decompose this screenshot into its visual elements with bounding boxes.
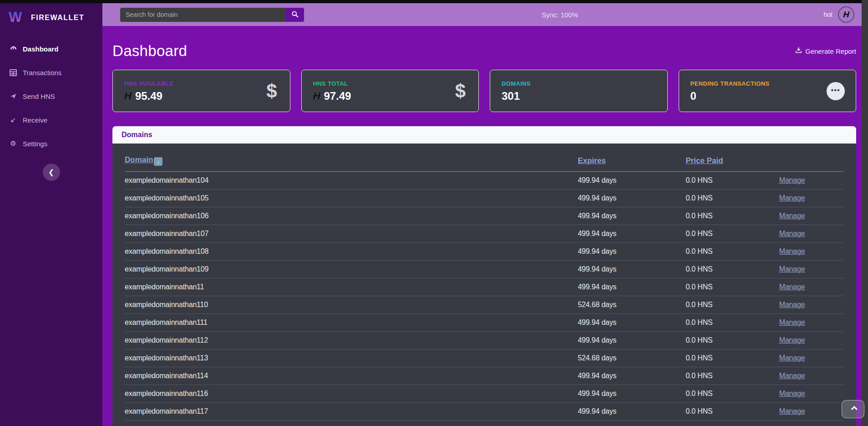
column-header-domain[interactable]: Domain	[125, 155, 153, 164]
brand[interactable]: W FIREWALLET	[0, 3, 102, 31]
expires-cell: 499.94 days	[578, 385, 685, 403]
search-icon	[291, 10, 299, 19]
domain-name-cell: exampledomainnathan114	[125, 367, 578, 385]
table-row: exampledomainnathan109 499.94 days 0.0 H…	[125, 261, 844, 278]
stat-label: HNS AVAILABLE	[124, 80, 279, 87]
domain-name-cell: exampledomainnathan106	[125, 207, 578, 225]
stat-value: 0	[690, 90, 696, 103]
domains-table-body: exampledomainnathan104 499.94 days 0.0 H…	[125, 172, 844, 421]
domain-search	[120, 8, 304, 22]
table-row: exampledomainnathan117 499.94 days 0.0 H…	[125, 403, 844, 421]
sidebar-item-label: Receive	[23, 116, 47, 124]
expires-cell: 499.94 days	[578, 278, 685, 296]
price-paid-cell: 0.0 HNS	[685, 278, 779, 296]
domain-name-cell: exampledomainnathan11	[125, 278, 578, 296]
window-top-edge	[0, 0, 868, 3]
expires-cell: 524.68 days	[578, 349, 685, 367]
table-row: exampledomainnathan110 524.68 days 0.0 H…	[125, 296, 844, 314]
dollar-icon: $	[455, 80, 466, 102]
manage-link[interactable]: Manage	[779, 301, 805, 308]
stat-card-domains: DOMAINS 301	[490, 70, 668, 112]
expires-cell: 499.94 days	[578, 332, 685, 349]
expires-cell: 499.94 days	[578, 207, 685, 225]
stat-label: PENDING TRANSACTIONS	[690, 80, 845, 87]
page-title: Dashboard	[112, 42, 187, 60]
generate-report-button[interactable]: Generate Report	[795, 47, 856, 55]
manage-link[interactable]: Manage	[779, 372, 805, 380]
column-header-price-paid[interactable]: Price Paid	[685, 156, 723, 165]
domain-name-cell: exampledomainnathan104	[125, 172, 578, 190]
manage-link[interactable]: Manage	[779, 265, 805, 273]
search-button[interactable]	[285, 8, 304, 22]
column-header-expires[interactable]: Expires	[578, 156, 605, 165]
domain-name-cell: exampledomainnathan105	[125, 190, 578, 207]
sidebar-item-receive[interactable]: ↙ Receive	[0, 108, 102, 132]
ellipsis-icon[interactable]: •••	[827, 82, 845, 100]
table-row: exampledomainnathan11 499.94 days 0.0 HN…	[125, 278, 844, 296]
domain-name-cell: exampledomainnathan110	[125, 296, 578, 314]
wallet-indicator: hot H	[824, 6, 854, 23]
domain-name-cell: exampledomainnathan112	[125, 332, 578, 349]
manage-link[interactable]: Manage	[779, 354, 805, 362]
stat-value: 97.49	[324, 90, 351, 103]
manage-link[interactable]: Manage	[779, 407, 805, 415]
sidebar-item-transactions[interactable]: Transactions	[0, 61, 102, 84]
expires-cell: 499.94 days	[578, 225, 685, 243]
manage-link[interactable]: Manage	[779, 390, 805, 397]
table-row: exampledomainnathan105 499.94 days 0.0 H…	[125, 190, 844, 207]
table-row: exampledomainnathan107 499.94 days 0.0 H…	[125, 225, 844, 243]
sidebar-item-settings[interactable]: ⚙ Settings	[0, 132, 102, 155]
wallet-name-label: hot	[824, 11, 832, 18]
handshake-logo-icon: H	[312, 91, 321, 101]
price-paid-cell: 0.0 HNS	[685, 207, 779, 225]
scroll-to-top-button[interactable]	[842, 400, 864, 418]
sidebar-item-dashboard[interactable]: Dashboard	[0, 37, 102, 61]
main-content: Dashboard Generate Report HNS AVAILABLE …	[102, 26, 862, 426]
manage-link[interactable]: Manage	[779, 247, 805, 255]
expires-cell: 499.94 days	[578, 367, 685, 385]
handshake-wallet-icon[interactable]: H	[838, 6, 854, 23]
gear-icon: ⚙	[8, 139, 18, 148]
manage-link[interactable]: Manage	[779, 194, 805, 202]
manage-link[interactable]: Manage	[779, 176, 805, 184]
sidebar-collapse-button[interactable]: ❮	[43, 164, 60, 181]
table-row: exampledomainnathan112 499.94 days 0.0 H…	[125, 332, 844, 349]
stat-card-hns-total: HNS TOTAL H 97.49 $	[301, 70, 479, 112]
manage-link[interactable]: Manage	[779, 318, 805, 326]
gauge-icon	[8, 45, 18, 53]
manage-link[interactable]: Manage	[779, 230, 805, 237]
sidebar-item-label: Transactions	[23, 69, 61, 77]
generate-report-label: Generate Report	[805, 47, 856, 55]
search-input[interactable]	[120, 8, 285, 22]
expires-cell: 499.94 days	[578, 314, 685, 332]
window-right-edge	[862, 0, 868, 426]
table-row: exampledomainnathan106 499.94 days 0.0 H…	[125, 207, 844, 225]
price-paid-cell: 0.0 HNS	[685, 243, 779, 261]
price-paid-cell: 0.0 HNS	[685, 314, 779, 332]
panel-title: Domains	[122, 131, 152, 139]
price-paid-cell: 0.0 HNS	[685, 190, 779, 207]
sidebar-item-label: Settings	[23, 140, 47, 148]
manage-link[interactable]: Manage	[779, 336, 805, 344]
price-paid-cell: 0.0 HNS	[685, 367, 779, 385]
domain-name-cell: exampledomainnathan113	[125, 349, 578, 367]
sidebar-item-send-hns[interactable]: Send HNS	[0, 84, 102, 108]
manage-link[interactable]: Manage	[779, 212, 805, 220]
domains-panel: Domains Domain↓ Expires Price Paid	[112, 126, 856, 426]
manage-link[interactable]: Manage	[779, 283, 805, 291]
table-header-row: Domain↓ Expires Price Paid	[125, 149, 844, 172]
domain-name-cell: exampledomainnathan111	[125, 314, 578, 332]
firewallet-logo-icon: W	[8, 9, 25, 26]
domain-name-cell: exampledomainnathan116	[125, 385, 578, 403]
table-row: exampledomainnathan116 499.94 days 0.0 H…	[125, 385, 844, 403]
table-row: exampledomainnathan111 499.94 days 0.0 H…	[125, 314, 844, 332]
stat-card-hns-available: HNS AVAILABLE H 95.49 $	[112, 70, 290, 112]
brand-name: FIREWALLET	[31, 14, 84, 22]
sidebar-nav: Dashboard Transactions Send HNS ↙ Receiv…	[0, 37, 102, 155]
table-row: exampledomainnathan108 499.94 days 0.0 H…	[125, 243, 844, 261]
price-paid-cell: 0.0 HNS	[685, 172, 779, 190]
table-icon	[8, 69, 18, 76]
price-paid-cell: 0.0 HNS	[685, 385, 779, 403]
svg-text:W: W	[9, 9, 22, 25]
expires-cell: 524.68 days	[578, 296, 685, 314]
